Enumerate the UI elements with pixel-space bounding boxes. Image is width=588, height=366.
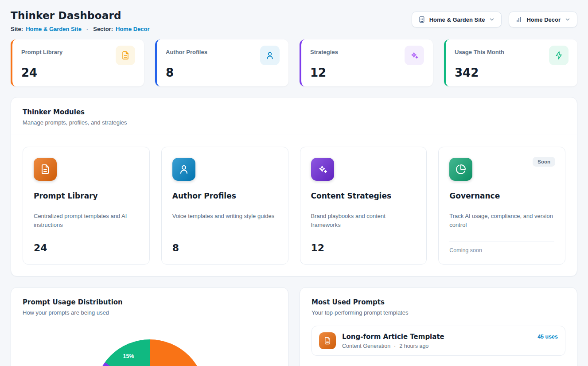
module-card-prompt-library[interactable]: Prompt Library Centralized prompt templa… (23, 147, 150, 265)
pie-chart-icon (449, 158, 472, 181)
stat-card-author-profiles: Author Profiles 8 (155, 39, 288, 86)
list-item[interactable]: Long-form Article Template Content Gener… (312, 326, 565, 356)
module-count: 8 (172, 235, 277, 253)
header-selectors: Home & Garden Site Home Decor (412, 10, 577, 27)
modules-title: Thinker Modules (23, 108, 565, 116)
document-icon (319, 332, 336, 349)
stat-label: Strategies (310, 46, 338, 55)
site-label: Site: (11, 26, 23, 32)
module-title: Content Strategies (311, 191, 416, 200)
modules-grid: Prompt Library Centralized prompt templa… (11, 135, 577, 276)
stat-label: Usage This Month (455, 46, 504, 55)
sparkle-star-icon (311, 158, 334, 181)
usage-panel-header: Prompt Usage Distribution How your promp… (11, 288, 288, 325)
stat-value: 342 (455, 66, 569, 79)
site-dropdown[interactable]: Home & Garden Site (412, 12, 502, 27)
stat-card-usage: Usage This Month 342 (444, 39, 577, 86)
chevron-down-icon (489, 16, 495, 23)
prompt-item-category: Content Generation (342, 343, 390, 349)
stat-card-strategies: Strategies 12 (300, 39, 433, 86)
module-description: Brand playbooks and content frameworks (311, 212, 416, 230)
chevron-down-icon (565, 16, 571, 23)
sector-label: Sector: (93, 26, 113, 32)
module-card-author-profiles[interactable]: Author Profiles Voice templates and writ… (161, 147, 288, 265)
bar-chart-icon (515, 16, 522, 23)
bottom-row: Prompt Usage Distribution How your promp… (11, 287, 577, 366)
stat-value: 12 (310, 66, 424, 79)
document-icon (116, 46, 135, 65)
document-icon (34, 158, 57, 181)
prompt-item-title: Long-form Article Template (342, 333, 444, 341)
prompt-item-body: Long-form Article Template Content Gener… (342, 333, 531, 349)
module-title: Governance (449, 191, 554, 200)
modules-subtitle: Manage prompts, profiles, and strategies (23, 119, 565, 126)
module-count: 12 (311, 235, 416, 253)
dashboard-page: Thinker Dashboard Site: Home & Garden Si… (0, 0, 588, 366)
module-description: Voice templates and writing style guides (172, 212, 277, 221)
donut-label: 15% (123, 353, 134, 359)
usage-panel-title: Prompt Usage Distribution (23, 298, 276, 306)
sector-link[interactable]: Home Decor (116, 26, 150, 32)
sector-dropdown-label: Home Decor (526, 16, 561, 23)
prompts-panel-subtitle: Your top-performing prompt templates (312, 309, 565, 316)
user-icon (172, 158, 195, 181)
chart-area: 15% (11, 325, 288, 366)
stats-row: Prompt Library 24 Author Profiles 8 Stra… (11, 39, 577, 86)
prompts-panel-header: Most Used Prompts Your top-performing pr… (300, 288, 577, 325)
module-description: Centralized prompt templates and AI inst… (34, 212, 139, 230)
module-card-content-strategies[interactable]: Content Strategies Brand playbooks and c… (300, 147, 427, 265)
modules-panel: Thinker Modules Manage prompts, profiles… (11, 97, 577, 276)
most-used-prompts-panel: Most Used Prompts Your top-performing pr… (300, 287, 577, 366)
stat-value: 24 (21, 66, 135, 79)
usage-distribution-panel: Prompt Usage Distribution How your promp… (11, 287, 288, 366)
module-title: Prompt Library (34, 191, 139, 200)
prompts-list: Long-form Article Template Content Gener… (300, 325, 577, 366)
meta-separator: · (394, 343, 396, 349)
stat-label: Prompt Library (21, 46, 62, 55)
breadcrumb: Site: Home & Garden Site · Sector: Home … (11, 26, 150, 32)
usage-panel-subtitle: How your prompts are being used (23, 309, 276, 316)
stat-value: 8 (166, 66, 280, 79)
site-dropdown-label: Home & Garden Site (429, 16, 485, 23)
building-icon (418, 16, 425, 23)
module-description: Track AI usage, compliance, and version … (449, 212, 554, 230)
lightning-icon (549, 46, 569, 65)
prompt-item-meta: Content Generation · 2 hours ago (342, 343, 531, 349)
uses-badge: 45 uses (537, 332, 558, 340)
soon-badge: Soon (533, 157, 555, 167)
user-icon (260, 46, 280, 65)
sparkle-star-icon (405, 46, 424, 65)
site-link[interactable]: Home & Garden Site (26, 26, 82, 32)
sector-dropdown[interactable]: Home Decor (509, 12, 577, 27)
prompts-panel-title: Most Used Prompts (312, 298, 565, 306)
header: Thinker Dashboard Site: Home & Garden Si… (11, 10, 577, 32)
donut-chart: 15% (94, 339, 205, 366)
header-left: Thinker Dashboard Site: Home & Garden Si… (11, 10, 150, 32)
module-card-governance[interactable]: Soon Governance Track AI usage, complian… (438, 147, 565, 265)
breadcrumb-separator: · (86, 26, 88, 32)
stat-card-prompt-library: Prompt Library 24 (11, 39, 144, 86)
module-count: 24 (34, 235, 139, 253)
module-title: Author Profiles (172, 191, 277, 200)
page-title: Thinker Dashboard (11, 10, 150, 21)
modules-panel-header: Thinker Modules Manage prompts, profiles… (11, 97, 577, 135)
stat-label: Author Profiles (166, 46, 207, 55)
coming-soon-label: Coming soon (449, 241, 554, 253)
prompt-item-time: 2 hours ago (399, 343, 428, 349)
